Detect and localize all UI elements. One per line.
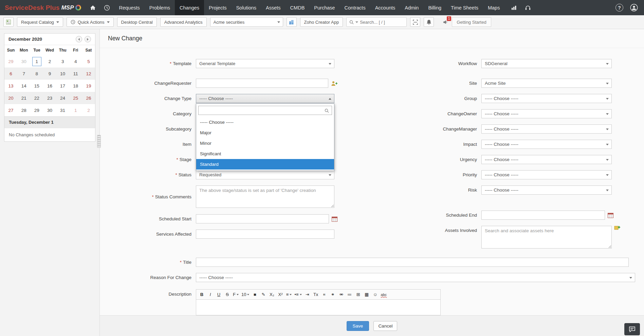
clear-format-button[interactable]: Tx bbox=[312, 291, 320, 299]
nav-item-time-sheets[interactable]: Time Sheets bbox=[446, 0, 483, 15]
calendar-day[interactable]: 14 bbox=[17, 80, 30, 92]
calendar-day-today[interactable]: 1 bbox=[30, 55, 43, 67]
title-input[interactable] bbox=[196, 258, 629, 267]
calendar-day[interactable]: 6 bbox=[4, 67, 17, 80]
calendar-day[interactable]: 24 bbox=[56, 92, 69, 104]
assets-involved-textarea[interactable] bbox=[481, 226, 612, 249]
font-family-button[interactable]: F bbox=[232, 291, 240, 299]
calendar-day[interactable]: 18 bbox=[69, 80, 82, 92]
calendar-day[interactable]: 23 bbox=[43, 92, 56, 104]
dropdown-option-major[interactable]: Major bbox=[196, 127, 334, 138]
pick-requester-icon[interactable] bbox=[331, 81, 337, 86]
add-asset-icon[interactable] bbox=[614, 225, 620, 232]
status-select[interactable]: Requested bbox=[196, 170, 334, 179]
calendar-day[interactable]: 17 bbox=[56, 80, 69, 92]
calendar-day[interactable]: 16 bbox=[43, 80, 56, 92]
nav-item-contracts[interactable]: Contracts bbox=[340, 0, 370, 15]
advanced-analytics-button[interactable]: Advanced Analytics bbox=[160, 17, 207, 27]
workflow-select[interactable]: SDGeneral bbox=[481, 59, 612, 68]
nav-item-solutions[interactable]: Solutions bbox=[231, 0, 261, 15]
nav-item-projects[interactable]: Projects bbox=[204, 0, 231, 15]
search-input[interactable] bbox=[360, 20, 404, 25]
services-affected-input[interactable] bbox=[196, 230, 334, 239]
calendar-day[interactable]: 9 bbox=[43, 67, 56, 80]
request-catalog-button[interactable]: Request Catalog bbox=[17, 17, 63, 27]
nav-item-admin[interactable]: Admin bbox=[400, 0, 423, 15]
indent-button[interactable]: ⇥ bbox=[303, 291, 311, 299]
announcements-icon[interactable]: 1 bbox=[443, 19, 448, 25]
align-button[interactable]: ≡ bbox=[285, 291, 293, 299]
calendar-day[interactable]: 7 bbox=[17, 67, 30, 80]
spellcheck-button[interactable]: abc bbox=[380, 291, 388, 299]
bold-button[interactable]: B bbox=[198, 291, 206, 299]
template-select[interactable]: General Template bbox=[196, 59, 334, 68]
zoho-creator-app-button[interactable]: Zoho Creator App bbox=[300, 17, 343, 27]
priority-select[interactable]: ----- Choose ----- bbox=[481, 170, 612, 179]
calendar-day[interactable]: 13 bbox=[4, 80, 17, 92]
getting-started-button[interactable]: Getting Started bbox=[452, 17, 491, 27]
calendar-day[interactable]: 2 bbox=[43, 55, 56, 67]
calendar-day[interactable]: 15 bbox=[30, 80, 43, 92]
home-icon[interactable] bbox=[86, 0, 100, 15]
list-button[interactable]: •≡ bbox=[293, 291, 302, 299]
calendar-day[interactable]: 10 bbox=[56, 67, 69, 80]
prev-month-button[interactable] bbox=[76, 36, 82, 42]
dropdown-search-input[interactable] bbox=[198, 106, 332, 115]
nav-item-changes[interactable]: Changes bbox=[175, 0, 204, 15]
dropdown-option-significant[interactable]: Significant bbox=[196, 149, 334, 159]
calendar-day[interactable]: 19 bbox=[82, 80, 95, 92]
blockquote-button[interactable]: “ bbox=[320, 291, 328, 299]
nav-item-purchase[interactable]: Purchase bbox=[309, 0, 339, 15]
sidebar-collapse-handle[interactable] bbox=[97, 135, 101, 148]
calendar-day[interactable]: 8 bbox=[30, 67, 43, 80]
nav-item-maps[interactable]: Maps bbox=[483, 0, 504, 15]
site-icon[interactable] bbox=[287, 17, 297, 27]
site-select[interactable]: Acme Site bbox=[481, 79, 612, 88]
calendar-day[interactable]: 1 bbox=[69, 104, 82, 116]
calendar-day[interactable]: 12 bbox=[82, 67, 95, 80]
recent-items-icon[interactable] bbox=[100, 0, 114, 15]
scheduled-start-input[interactable] bbox=[196, 214, 329, 223]
reason-for-change-select[interactable]: ----- Choose ----- bbox=[196, 273, 635, 282]
nav-item-assets[interactable]: Assets bbox=[261, 0, 286, 15]
calendar-day[interactable]: 29 bbox=[30, 104, 43, 116]
risk-select[interactable]: ----- Choose ----- bbox=[481, 185, 612, 195]
save-button[interactable]: Save bbox=[347, 321, 369, 331]
underline-button[interactable]: U bbox=[215, 291, 223, 299]
dropdown-option-choose[interactable]: ----- Choose ----- bbox=[196, 117, 334, 127]
calendar-day[interactable]: 30 bbox=[17, 55, 30, 67]
calendar-day[interactable]: 30 bbox=[43, 104, 56, 116]
unlink-button[interactable]: ⚮ bbox=[337, 291, 345, 299]
dropdown-option-minor[interactable]: Minor bbox=[196, 138, 334, 149]
calendar-day[interactable]: 5 bbox=[82, 55, 95, 67]
description-editor[interactable] bbox=[196, 300, 441, 315]
strikethrough-button[interactable]: S bbox=[223, 291, 231, 299]
reports-chart-icon[interactable] bbox=[507, 0, 521, 15]
notifications-bell-icon[interactable] bbox=[424, 17, 434, 27]
urgency-select[interactable]: ----- Choose ----- bbox=[481, 155, 612, 164]
account-selector[interactable]: Acme securities bbox=[210, 17, 283, 27]
superscript-button[interactable]: X² bbox=[276, 291, 284, 299]
change-requester-input[interactable] bbox=[196, 79, 328, 88]
calendar-day[interactable]: 11 bbox=[69, 67, 82, 80]
search-scope-chevron-icon[interactable] bbox=[355, 21, 358, 23]
calendar-day[interactable]: 29 bbox=[4, 55, 17, 67]
horizontal-rule-button[interactable]: ≔ bbox=[346, 291, 354, 299]
barcode-scanner-icon[interactable] bbox=[410, 17, 420, 27]
calendar-day[interactable]: 4 bbox=[69, 55, 82, 67]
insert-image-button[interactable]: ▦ bbox=[363, 291, 371, 299]
support-headset-icon[interactable] bbox=[521, 0, 535, 15]
change-owner-select[interactable]: ----- Choose ----- bbox=[481, 109, 612, 118]
nav-item-requests[interactable]: Requests bbox=[114, 0, 144, 15]
calendar-day[interactable]: 31 bbox=[56, 104, 69, 116]
font-size-button[interactable]: 10 bbox=[240, 291, 250, 299]
nav-item-cmdb[interactable]: CMDB bbox=[286, 0, 310, 15]
insert-emoji-button[interactable]: ☺ bbox=[371, 291, 379, 299]
calendar-day[interactable]: 25 bbox=[69, 92, 82, 104]
calendar-day[interactable]: 3 bbox=[56, 55, 69, 67]
impact-select[interactable]: ----- Choose ----- bbox=[481, 140, 612, 149]
nav-item-billing[interactable]: Billing bbox=[423, 0, 446, 15]
next-month-button[interactable] bbox=[85, 36, 91, 42]
nav-item-accounts[interactable]: Accounts bbox=[370, 0, 400, 15]
insert-link-button[interactable]: ⚭ bbox=[329, 291, 337, 299]
